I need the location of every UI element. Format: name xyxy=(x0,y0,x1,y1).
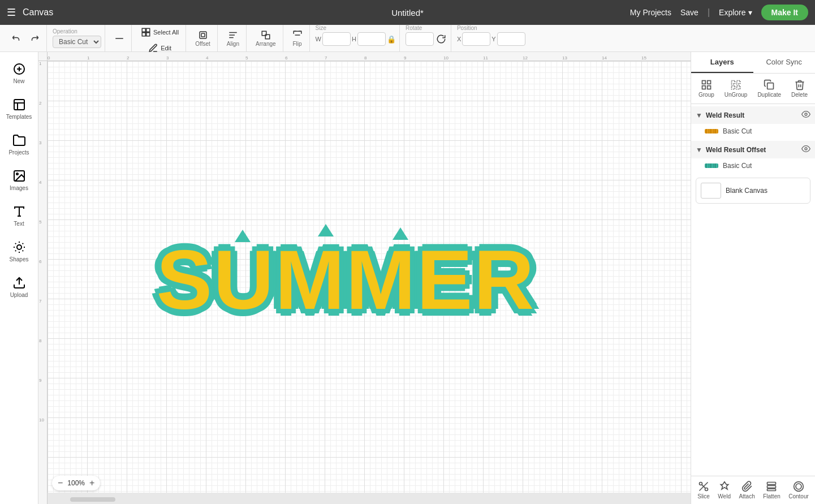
svg-rect-28 xyxy=(702,86,705,89)
scrollbar-thumb[interactable] xyxy=(70,497,115,502)
layer-group-header-weld-result[interactable]: ▼ Weld Result xyxy=(691,106,815,124)
svg-rect-26 xyxy=(708,81,711,84)
svg-rect-30 xyxy=(737,81,740,84)
svg-point-23 xyxy=(17,245,21,249)
sidebar-item-text[interactable]: Text xyxy=(2,199,36,232)
arrange-button[interactable]: Arrange xyxy=(252,28,279,49)
align-button[interactable]: Align xyxy=(223,28,243,49)
canvas-area[interactable]: 0 1 2 3 4 5 6 7 8 9 10 11 12 13 14 15 1 … xyxy=(38,52,691,504)
chevron-down-icon: ▾ xyxy=(748,8,752,17)
document-title: Untitled* xyxy=(391,8,424,18)
svg-rect-1 xyxy=(142,28,145,32)
blank-canvas-label: Blank Canvas xyxy=(726,187,767,195)
y-label: Y xyxy=(491,36,495,42)
operation-select[interactable]: Basic Cut xyxy=(53,36,101,48)
right-panel: Layers Color Sync Group UnGroup Duplicat… xyxy=(691,52,815,504)
x-input[interactable] xyxy=(462,32,490,46)
offset-button[interactable]: Offset xyxy=(192,28,214,49)
line-style-button[interactable] xyxy=(111,31,128,46)
color-swatch-orange xyxy=(705,129,718,133)
svg-rect-42 xyxy=(767,489,776,490)
attach-tool[interactable]: Attach xyxy=(739,481,754,499)
eye-icon-weld-result[interactable] xyxy=(801,110,810,120)
svg-point-35 xyxy=(805,148,807,150)
rotate-input[interactable] xyxy=(406,32,434,46)
tab-layers[interactable]: Layers xyxy=(691,52,753,73)
slice-tool[interactable]: Slice xyxy=(697,481,710,499)
svg-rect-31 xyxy=(737,86,740,89)
svg-rect-41 xyxy=(767,485,776,488)
canvas-content[interactable]: SUMMER SUMMER xyxy=(48,61,691,493)
svg-rect-33 xyxy=(767,83,774,89)
ruler-left: 1 2 3 4 5 6 7 8 9 10 xyxy=(38,61,48,504)
flip-button[interactable]: Flip xyxy=(289,28,306,49)
sidebar-item-shapes[interactable]: Shapes xyxy=(2,235,36,268)
sidebar-item-upload[interactable]: Upload xyxy=(2,270,36,304)
ruler-top: 0 1 2 3 4 5 6 7 8 9 10 11 12 13 14 15 xyxy=(48,52,691,61)
ungroup-button[interactable]: UnGroup xyxy=(722,77,750,100)
lock-icon[interactable]: 🔒 xyxy=(387,35,396,44)
svg-point-20 xyxy=(16,173,18,175)
svg-point-37 xyxy=(705,488,708,491)
hamburger-icon[interactable]: ☰ xyxy=(7,6,16,19)
layer-group-header-weld-result-offset[interactable]: ▼ Weld Result Offset xyxy=(691,141,815,158)
zoom-out-button[interactable]: − xyxy=(58,478,63,488)
make-it-button[interactable]: Make It xyxy=(761,5,808,20)
zoom-in-button[interactable]: + xyxy=(89,478,94,488)
height-input[interactable] xyxy=(357,32,386,46)
duplicate-button[interactable]: Duplicate xyxy=(755,77,783,100)
collapse-icon-weld-result-offset[interactable]: ▼ xyxy=(696,146,702,154)
rotate-label: Rotate xyxy=(406,25,422,31)
svg-point-34 xyxy=(805,113,807,115)
save-button[interactable]: Save xyxy=(680,8,698,17)
panel-action-bar: Group UnGroup Duplicate Delete xyxy=(691,74,815,104)
svg-point-36 xyxy=(700,483,702,485)
svg-rect-29 xyxy=(732,81,735,84)
svg-rect-5 xyxy=(200,32,206,38)
weld-tool[interactable]: Weld xyxy=(718,481,731,499)
blank-canvas-box[interactable]: Blank Canvas xyxy=(696,178,810,204)
tab-color-sync[interactable]: Color Sync xyxy=(753,52,816,73)
group-button[interactable]: Group xyxy=(696,77,717,100)
summer-yellow-layer: SUMMER xyxy=(157,232,536,328)
sidebar-item-projects[interactable]: Projects xyxy=(2,128,36,161)
top-nav: ☰ Canvas Untitled* My Projects Save | Ex… xyxy=(0,0,815,25)
x-label: X xyxy=(457,36,461,42)
blank-canvas-section: Blank Canvas xyxy=(696,178,810,204)
eye-icon-weld-result-offset[interactable] xyxy=(801,144,810,155)
my-projects-link[interactable]: My Projects xyxy=(630,8,671,17)
canvas-scrollbar[interactable] xyxy=(48,495,691,504)
layer-group-weld-result: ▼ Weld Result Basic Cut xyxy=(691,106,815,139)
flatten-tool[interactable]: Flatten xyxy=(763,481,780,499)
rotate-icon[interactable] xyxy=(435,33,447,45)
star-deco-right xyxy=(393,227,408,240)
sidebar-item-templates[interactable]: Templates xyxy=(2,92,36,126)
zoom-value: 100% xyxy=(67,479,85,487)
size-label: Size xyxy=(316,25,326,31)
select-all-button[interactable]: Select All xyxy=(137,25,182,40)
contour-tool[interactable]: Contour xyxy=(788,481,809,499)
layer-item-weld-basic-cut[interactable]: Basic Cut xyxy=(691,124,815,139)
svg-rect-25 xyxy=(702,81,705,84)
collapse-icon-weld-result[interactable]: ▼ xyxy=(696,111,702,119)
color-swatch-teal xyxy=(705,163,718,168)
height-label: H xyxy=(352,36,356,42)
undo-button[interactable] xyxy=(8,31,25,46)
svg-rect-40 xyxy=(767,483,776,485)
sidebar-item-new[interactable]: New xyxy=(2,57,36,90)
star-deco-left xyxy=(235,230,251,242)
layers-list: ▼ Weld Result Basic Cut ▼ Weld Result Of… xyxy=(691,104,815,476)
sidebar-item-images[interactable]: Images xyxy=(2,163,36,197)
delete-button[interactable]: Delete xyxy=(789,77,810,100)
panel-bottom-tools: Slice Weld Attach Flatten Contour xyxy=(691,476,815,504)
operation-label: Operation xyxy=(53,28,77,35)
y-input[interactable] xyxy=(497,32,525,46)
toolbar: Operation Basic Cut Select All Edit Offs… xyxy=(0,25,815,52)
layer-item-offset-basic-cut[interactable]: Basic Cut xyxy=(691,158,815,173)
summer-design[interactable]: SUMMER SUMMER xyxy=(114,221,578,334)
width-input[interactable] xyxy=(322,32,351,46)
svg-line-39 xyxy=(700,483,708,491)
ruler-corner xyxy=(38,52,48,61)
explore-button[interactable]: Explore ▾ xyxy=(719,8,752,17)
redo-button[interactable] xyxy=(26,31,43,46)
